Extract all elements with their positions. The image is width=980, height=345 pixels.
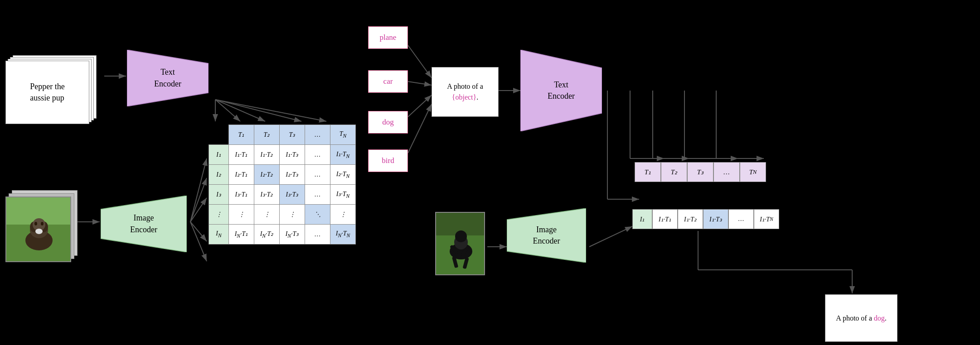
cell-intn: IN·TN xyxy=(330,225,356,244)
cell-i2t2: I₂·T₂ xyxy=(254,165,280,185)
cell-dotsdots: ⋱ xyxy=(305,205,330,225)
right-token-t2: T₂ xyxy=(661,162,687,182)
similarity-matrix: T₁ T₂ T₃ … TN I₁ I₁·T₁ I₁·T₂ I₁·T₃ … I₁·… xyxy=(209,125,356,244)
right-result-row: I₁ I₁·T₁ I₁·T₂ I₁·T₃ … I₁·TN xyxy=(632,209,779,229)
col-header-tn: TN xyxy=(330,125,356,145)
right-image-encoder: Image Encoder xyxy=(507,208,586,263)
right-text-encoder: Text Encoder xyxy=(520,50,602,131)
svg-line-29 xyxy=(589,226,632,247)
cell-dotst1: ⋮ xyxy=(229,205,254,225)
svg-line-11 xyxy=(190,222,207,241)
col-header-t3: T₃ xyxy=(280,125,305,145)
matrix-row-n: IN IN·T₁ IN·T₂ IN·T₃ … IN·TN xyxy=(209,225,356,244)
cell-i1t3: I₁·T₃ xyxy=(280,145,305,165)
svg-line-12 xyxy=(190,222,207,261)
matrix-row-1: I₁ I₁·T₁ I₁·T₂ I₁·T₃ … I₁·TN xyxy=(209,145,356,165)
right-token-t3: T₃ xyxy=(687,162,713,182)
matrix-row-3: I₃ I₃·T₁ I₃·T₂ I₃·T₃ … I₃·TN xyxy=(209,185,356,205)
right-text-encoder-label: Text Encoder xyxy=(520,50,602,131)
matrix-row-dots: ⋮ ⋮ ⋮ ⋮ ⋱ ⋮ xyxy=(209,205,356,225)
cell-indots: … xyxy=(305,225,330,244)
svg-line-6 xyxy=(215,100,326,121)
right-row-label-i1: I₁ xyxy=(632,209,652,229)
result-prompt-box: A photo of a dog. xyxy=(825,294,898,342)
prompt-template-text: A photo of a {object}. xyxy=(437,81,494,103)
svg-line-4 xyxy=(215,100,265,121)
svg-line-8 xyxy=(190,158,207,222)
right-result-i1t3: I₁·T₃ xyxy=(703,209,728,229)
svg-point-42 xyxy=(41,222,44,225)
svg-point-43 xyxy=(35,229,43,234)
cell-i3tn: I₃·TN xyxy=(330,185,356,205)
cell-int3: IN·T₃ xyxy=(280,225,305,244)
cell-i3t2: I₃·T₂ xyxy=(254,185,280,205)
cell-dotstn: ⋮ xyxy=(330,205,356,225)
cell-i1t2: I₁·T₂ xyxy=(254,145,280,165)
right-dog-image xyxy=(435,212,485,275)
result-prompt-text: A photo of a dog. xyxy=(836,312,887,324)
svg-point-50 xyxy=(455,230,467,242)
row-label-i1: I₁ xyxy=(209,145,229,165)
class-box-car: car xyxy=(368,70,408,93)
cell-i2t1: I₂·T₁ xyxy=(229,165,254,185)
cell-i3dots: … xyxy=(305,185,330,205)
class-box-dog: dog xyxy=(368,111,408,134)
cell-i3t3: I₃·T₃ xyxy=(280,185,305,205)
right-result-i1t1: I₁·T₁ xyxy=(652,209,678,229)
right-token-t1: T₁ xyxy=(635,162,661,182)
left-text-encoder: Text Encoder xyxy=(127,50,209,106)
cell-i2t3: I₂·T₃ xyxy=(280,165,305,185)
left-image-encoder: Image Encoder xyxy=(101,196,187,252)
right-token-tn: TN xyxy=(740,162,766,182)
svg-point-41 xyxy=(34,222,37,225)
svg-line-9 xyxy=(190,178,207,222)
row-label-i2: I₂ xyxy=(209,165,229,185)
prompt-template-box: A photo of a {object}. xyxy=(432,67,499,117)
cell-int2: IN·T₂ xyxy=(254,225,280,244)
prompt-highlight: {object} xyxy=(452,93,476,101)
cell-i3t1: I₃·T₁ xyxy=(229,185,254,205)
svg-line-16 xyxy=(408,104,432,153)
cell-i2dots: … xyxy=(305,165,330,185)
class-box-plane: plane xyxy=(368,26,408,49)
col-header-t1: T₁ xyxy=(229,125,254,145)
text-page-front: Pepper the aussie pup xyxy=(5,61,89,124)
col-header-tdots: … xyxy=(305,125,330,145)
dog-image-front xyxy=(5,196,71,262)
right-result-i1tn: I₁·TN xyxy=(754,209,779,229)
row-label-i3: I₃ xyxy=(209,185,229,205)
class-box-bird: bird xyxy=(368,149,408,172)
text-page-label: Pepper the aussie pup xyxy=(30,81,64,104)
matrix-row-2: I₂ I₂·T₁ I₂·T₂ I₂·T₃ … I₂·TN xyxy=(209,165,356,185)
row-label-in: IN xyxy=(209,225,229,244)
cell-dotst2: ⋮ xyxy=(254,205,280,225)
right-image-encoder-label: Image Encoder xyxy=(507,208,586,263)
right-token-row: T₁ T₂ T₃ … TN xyxy=(635,162,766,182)
cell-int1: IN·T₁ xyxy=(229,225,254,244)
right-result-i1dots: … xyxy=(728,209,754,229)
diagram: Pepper the aussie pup Text Encoder xyxy=(0,0,980,345)
svg-line-15 xyxy=(408,95,432,117)
cell-i1tn: I₁·TN xyxy=(330,145,356,165)
left-image-encoder-label: Image Encoder xyxy=(101,196,187,252)
svg-line-5 xyxy=(215,100,301,121)
right-token-dots: … xyxy=(713,162,740,182)
right-result-i1t2: I₁·T₂ xyxy=(678,209,703,229)
result-dog-highlight: dog xyxy=(874,314,885,322)
svg-line-3 xyxy=(215,100,240,121)
svg-line-13 xyxy=(408,45,432,78)
col-header-t2: T₂ xyxy=(254,125,280,145)
cell-i1t1: I₁·T₁ xyxy=(229,145,254,165)
svg-line-10 xyxy=(190,198,207,222)
svg-line-14 xyxy=(408,81,432,85)
cell-dotst3: ⋮ xyxy=(280,205,305,225)
cell-i1dots: … xyxy=(305,145,330,165)
row-label-dots: ⋮ xyxy=(209,205,229,225)
right-dog-illustration xyxy=(436,213,485,275)
dog-illustration xyxy=(6,197,71,262)
cell-i2tn: I₂·TN xyxy=(330,165,356,185)
left-text-encoder-label: Text Encoder xyxy=(127,50,209,106)
